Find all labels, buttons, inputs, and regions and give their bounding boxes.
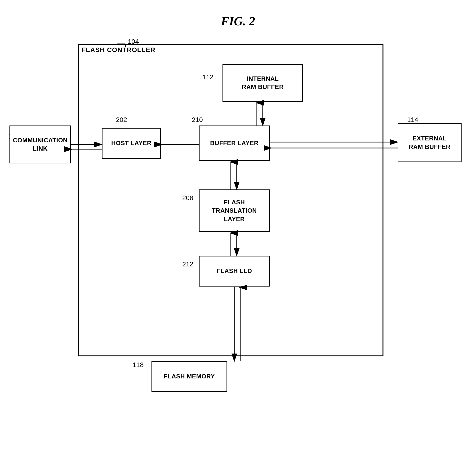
internal-ram-buffer-label: INTERNAL RAM BUFFER <box>242 75 284 91</box>
external-ram-buffer-box: EXTERNAL RAM BUFFER <box>398 123 461 162</box>
flash-translation-layer-box: FLASH TRANSLATION LAYER <box>199 190 270 232</box>
flash-translation-layer-label: FLASH TRANSLATION LAYER <box>212 198 257 223</box>
ref-104: 104 <box>128 38 139 45</box>
figure-title: FIG. 2 <box>221 14 255 28</box>
flash-memory-box: FLASH MEMORY <box>152 361 227 392</box>
flash-memory-label: FLASH MEMORY <box>164 372 215 381</box>
buffer-layer-label: BUFFER LAYER <box>210 139 258 147</box>
buffer-layer-box: BUFFER LAYER <box>199 125 270 161</box>
external-ram-buffer-label: EXTERNAL RAM BUFFER <box>409 134 451 151</box>
flash-lld-label: FLASH LLD <box>217 267 252 275</box>
communication-link-label: COMMUNICATION LINK <box>13 136 68 153</box>
flash-controller-label: FLASH CONTROLLER <box>82 46 155 54</box>
ref-210: 210 <box>192 116 203 124</box>
host-layer-label: HOST LAYER <box>111 139 152 147</box>
ref-202: 202 <box>116 116 127 124</box>
internal-ram-buffer-box: INTERNAL RAM BUFFER <box>222 64 303 102</box>
host-layer-box: HOST LAYER <box>102 128 161 159</box>
ref-212: 212 <box>182 261 193 268</box>
ref-114: 114 <box>407 116 418 124</box>
communication-link-box: COMMUNICATION LINK <box>9 125 71 163</box>
ref-112: 112 <box>202 73 214 81</box>
ref-208: 208 <box>182 194 193 202</box>
ref-118: 118 <box>133 361 144 369</box>
flash-lld-box: FLASH LLD <box>199 256 270 287</box>
